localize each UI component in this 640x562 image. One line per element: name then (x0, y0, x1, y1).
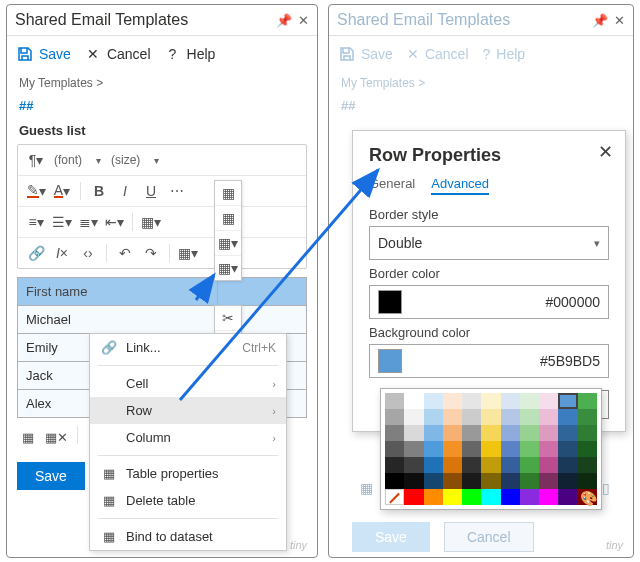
color-swatch[interactable] (404, 409, 423, 425)
color-swatch[interactable] (404, 457, 423, 473)
grid-icon[interactable]: ▦▾ (215, 256, 241, 280)
color-swatch[interactable] (443, 473, 462, 489)
color-swatch[interactable] (520, 489, 539, 505)
custom-color-icon[interactable]: 🎨 (579, 489, 597, 507)
ctx-cell[interactable]: Cell› (90, 370, 286, 397)
tab-general[interactable]: General (369, 176, 415, 195)
color-swatch[interactable] (385, 409, 404, 425)
border-color-field[interactable]: #000000 (369, 285, 609, 319)
cell-props-icon[interactable]: ▦ (215, 181, 241, 206)
color-swatch[interactable] (539, 473, 558, 489)
pin-icon[interactable]: 📌 (592, 13, 608, 28)
color-swatch[interactable] (578, 473, 597, 489)
color-swatch[interactable] (481, 409, 500, 425)
more-text-icon[interactable]: ⋯ (165, 179, 189, 203)
color-swatch[interactable] (578, 441, 597, 457)
color-swatch[interactable] (424, 457, 443, 473)
paragraph-format-icon[interactable]: ¶▾ (24, 148, 48, 172)
font-family-select[interactable]: (font)▾ (50, 148, 105, 172)
color-swatch[interactable] (385, 457, 404, 473)
ctx-table-properties[interactable]: ▦ Table properties (90, 460, 286, 487)
source-code-icon[interactable]: ‹› (76, 241, 100, 265)
font-color-icon[interactable]: A▾ (50, 179, 74, 203)
color-swatch[interactable] (462, 425, 481, 441)
color-swatch[interactable] (462, 393, 481, 409)
font-size-select[interactable]: (size)▾ (107, 148, 163, 172)
color-swatch[interactable] (539, 457, 558, 473)
color-swatch[interactable] (481, 489, 500, 505)
color-swatch[interactable] (501, 393, 520, 409)
color-swatch[interactable] (558, 489, 577, 505)
color-swatch[interactable] (462, 441, 481, 457)
color-swatch[interactable] (481, 441, 500, 457)
insert-table-icon[interactable]: ▦▾ (139, 210, 163, 234)
breadcrumb[interactable]: My Templates > (7, 72, 317, 94)
color-swatch[interactable] (443, 489, 462, 505)
color-swatch[interactable] (481, 473, 500, 489)
color-swatch[interactable] (443, 457, 462, 473)
color-swatch[interactable] (404, 425, 423, 441)
color-swatch[interactable] (578, 409, 597, 425)
help-command[interactable]: ? Help (165, 46, 216, 62)
close-icon[interactable]: ✕ (298, 13, 309, 28)
color-swatch[interactable] (539, 393, 558, 409)
color-swatch[interactable] (481, 425, 500, 441)
color-swatch[interactable] (501, 457, 520, 473)
ctx-column[interactable]: Column› (90, 424, 286, 451)
clear-format-icon[interactable]: I× (50, 241, 74, 265)
color-swatch[interactable] (424, 489, 443, 505)
list-bul-icon[interactable]: ≣▾ (76, 210, 100, 234)
color-swatch[interactable] (578, 457, 597, 473)
table-cell[interactable]: Michael (18, 306, 218, 334)
color-swatch[interactable] (520, 425, 539, 441)
color-swatch[interactable] (539, 425, 558, 441)
color-swatch[interactable] (443, 409, 462, 425)
split-cell-icon[interactable]: ▦▾ (215, 231, 241, 256)
color-swatch[interactable] (520, 457, 539, 473)
bg-color-field[interactable]: #5B9BD5 (369, 344, 609, 378)
color-swatch[interactable] (424, 473, 443, 489)
border-style-select[interactable]: Double ▾ (369, 226, 609, 260)
align-icon[interactable]: ≡▾ (24, 210, 48, 234)
list-num-icon[interactable]: ☰▾ (50, 210, 74, 234)
color-swatch[interactable] (462, 489, 481, 505)
color-swatch[interactable] (520, 473, 539, 489)
close-icon[interactable]: ✕ (614, 13, 625, 28)
underline-icon[interactable]: U (139, 179, 163, 203)
color-swatch[interactable] (385, 393, 404, 409)
undo-icon[interactable]: ↶ (113, 241, 137, 265)
color-swatch[interactable] (462, 457, 481, 473)
ctx-row[interactable]: Row› (90, 397, 286, 424)
color-swatch[interactable] (520, 441, 539, 457)
color-swatch[interactable] (558, 409, 577, 425)
table-props-icon[interactable]: ▦ (17, 426, 39, 448)
highlight-color-icon[interactable]: ✎▾ (24, 179, 48, 203)
color-swatch[interactable] (578, 393, 597, 409)
color-swatch[interactable] (558, 473, 577, 489)
color-swatch[interactable] (443, 425, 462, 441)
color-swatch[interactable] (501, 489, 520, 505)
save-button[interactable]: Save (17, 462, 85, 490)
color-swatch[interactable] (404, 489, 423, 505)
color-swatch[interactable] (481, 393, 500, 409)
indent-icon[interactable]: ⇤▾ (102, 210, 126, 234)
color-swatch[interactable] (404, 393, 423, 409)
table-header[interactable] (217, 278, 306, 306)
color-swatch[interactable] (462, 409, 481, 425)
dialog-close-icon[interactable]: ✕ (598, 141, 613, 163)
color-swatch[interactable] (539, 489, 558, 505)
color-swatch[interactable] (443, 441, 462, 457)
color-swatch[interactable] (520, 409, 539, 425)
table-delete-icon[interactable]: ▦✕ (45, 426, 67, 448)
cancel-command[interactable]: ✕ Cancel (85, 46, 151, 62)
color-swatch[interactable] (558, 457, 577, 473)
color-swatch[interactable] (578, 425, 597, 441)
color-swatch[interactable] (404, 473, 423, 489)
color-swatch[interactable] (424, 441, 443, 457)
color-swatch[interactable] (385, 441, 404, 457)
ctx-delete-table[interactable]: ▦ Delete table (90, 487, 286, 514)
color-swatch[interactable] (558, 393, 577, 409)
color-swatch[interactable] (501, 441, 520, 457)
color-swatch[interactable] (385, 473, 404, 489)
color-swatch[interactable] (501, 409, 520, 425)
